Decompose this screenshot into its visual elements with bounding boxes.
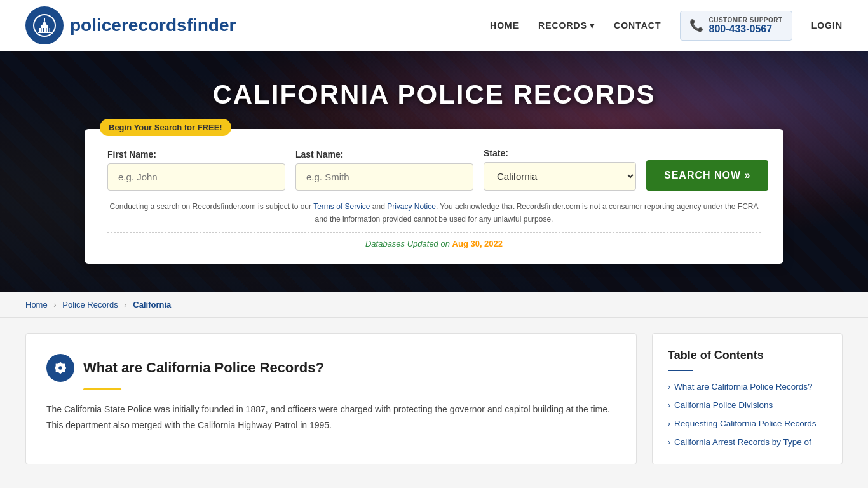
- nav-home[interactable]: HOME: [490, 20, 519, 30]
- svg-rect-7: [46, 28, 47, 32]
- badge-icon: [46, 354, 74, 382]
- hero-section: CALIFORNIA POLICE RECORDS Begin Your Sea…: [0, 51, 868, 292]
- nav-contact[interactable]: CONTACT: [614, 20, 661, 30]
- state-select[interactable]: California AlabamaAlaskaArizona Arkansas…: [484, 162, 636, 191]
- toc-item-4: › California Arrest Records by Type of: [668, 437, 827, 449]
- first-name-group: First Name:: [107, 149, 285, 191]
- main-nav: HOME RECORDS ▾ CONTACT 📞 CUSTOMER SUPPOR…: [490, 11, 843, 41]
- svg-point-9: [58, 366, 62, 370]
- first-name-label: First Name:: [107, 149, 285, 159]
- begin-badge: Begin Your Search for FREE!: [100, 119, 231, 136]
- chevron-icon: ›: [668, 419, 670, 428]
- disclaimer-text: Conducting a search on Recordsfinder.com…: [107, 201, 761, 225]
- breadcrumb-sep-1: ›: [53, 300, 56, 309]
- svg-rect-8: [48, 28, 50, 32]
- toc-link-3[interactable]: Requesting California Police Records: [674, 418, 817, 430]
- toc-link-4[interactable]: California Arrest Records by Type of: [674, 437, 811, 449]
- toc-box: Table of Contents › What are California …: [652, 333, 843, 464]
- state-label: State:: [484, 148, 636, 158]
- toc-divider: [668, 370, 693, 371]
- section-text: The California State Police was initiall…: [46, 402, 616, 433]
- breadcrumb-police-records[interactable]: Police Records: [62, 300, 118, 309]
- sidebar: Table of Contents › What are California …: [652, 333, 843, 464]
- toc-title: Table of Contents: [668, 349, 827, 362]
- svg-rect-6: [43, 28, 44, 32]
- site-header: policerecordsfinder HOME RECORDS ▾ CONTA…: [0, 0, 868, 51]
- tos-link[interactable]: Terms of Service: [313, 202, 370, 211]
- nav-login[interactable]: LOGIN: [811, 20, 843, 30]
- breadcrumb-home[interactable]: Home: [25, 300, 48, 309]
- last-name-group: Last Name:: [295, 149, 473, 191]
- toc-list: › What are California Police Records? › …: [668, 381, 827, 449]
- search-box: Begin Your Search for FREE! First Name: …: [85, 129, 783, 263]
- support-label: CUSTOMER SUPPORT: [709, 17, 782, 24]
- breadcrumb: Home › Police Records › California: [0, 292, 868, 318]
- logo[interactable]: policerecordsfinder: [25, 6, 236, 44]
- svg-rect-4: [38, 32, 51, 33]
- updated-text: Databases Updated on Aug 30, 2022: [107, 232, 761, 248]
- first-name-input[interactable]: [107, 163, 285, 191]
- chevron-down-icon: ▾: [590, 20, 595, 30]
- title-underline: [83, 388, 121, 390]
- section-header: What are California Police Records?: [46, 354, 616, 382]
- toc-item-2: › California Police Divisions: [668, 400, 827, 412]
- svg-rect-3: [44, 18, 45, 21]
- last-name-input[interactable]: [295, 163, 473, 191]
- toc-item-1: › What are California Police Records?: [668, 381, 827, 393]
- last-name-label: Last Name:: [295, 149, 473, 159]
- search-button[interactable]: SEARCH NOW »: [646, 160, 768, 191]
- state-group: State: California AlabamaAlaskaArizona A…: [484, 148, 636, 191]
- chevron-icon: ›: [668, 401, 670, 410]
- section-title: What are California Police Records?: [83, 360, 324, 376]
- phone-icon: 📞: [689, 18, 703, 32]
- main-content: What are California Police Records? The …: [0, 318, 868, 480]
- content-area: What are California Police Records? The …: [25, 333, 637, 464]
- breadcrumb-sep-2: ›: [124, 300, 126, 309]
- logo-icon: [25, 6, 64, 44]
- search-fields: First Name: Last Name: State: California…: [107, 148, 761, 191]
- customer-support[interactable]: 📞 CUSTOMER SUPPORT 800-433-0567: [680, 11, 792, 41]
- toc-item-3: › Requesting California Police Records: [668, 418, 827, 430]
- toc-link-2[interactable]: California Police Divisions: [674, 400, 773, 412]
- hero-title: CALIFORNIA POLICE RECORDS: [212, 79, 655, 110]
- svg-rect-5: [41, 28, 42, 32]
- privacy-link[interactable]: Privacy Notice: [387, 202, 436, 211]
- toc-link-1[interactable]: What are California Police Records?: [674, 381, 813, 393]
- breadcrumb-current: California: [133, 300, 171, 309]
- chevron-icon: ›: [668, 383, 670, 391]
- logo-text: policerecordsfinder: [70, 15, 236, 36]
- support-phone: 800-433-0567: [709, 24, 782, 35]
- nav-records[interactable]: RECORDS ▾: [538, 20, 595, 30]
- svg-rect-2: [41, 25, 48, 28]
- chevron-icon: ›: [668, 438, 670, 447]
